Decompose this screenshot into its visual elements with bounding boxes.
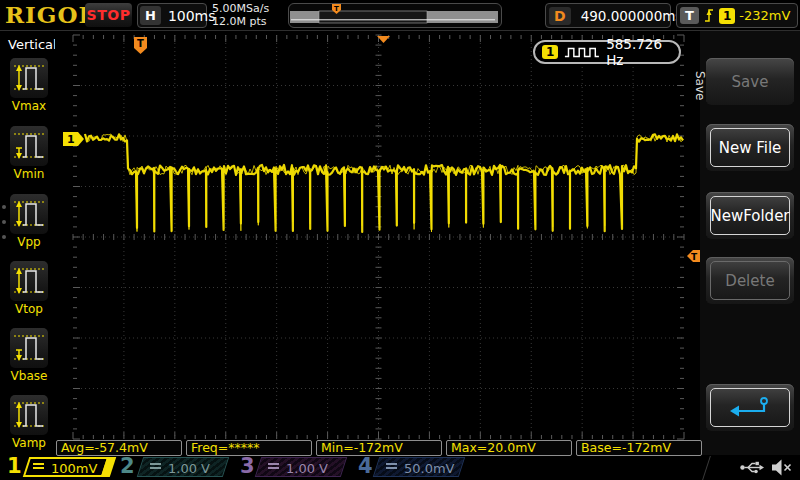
sidebar-item-vmin[interactable]: Vmin [6, 126, 52, 181]
channel1-scale: 100mV [51, 461, 97, 476]
sidebar-item-label: Vtop [6, 302, 52, 316]
dc-coupling-icon [386, 463, 397, 473]
save-button[interactable]: Save [706, 58, 794, 105]
trigger-level-value: -232mV [739, 8, 790, 23]
measurement-min: Min=-172mV [316, 440, 442, 456]
square-wave-icon [564, 46, 600, 59]
frequency-counter: 1 585.726 Hz [533, 40, 681, 64]
vmin-icon [10, 126, 48, 166]
svg-text:T: T [334, 5, 339, 13]
channel1-number[interactable]: 1 [7, 454, 22, 478]
graticule-and-waveform: TT1 [55, 31, 700, 455]
memory-depth: 12.0M pts [212, 15, 269, 28]
delay-readout[interactable]: D 490.000000ms [545, 3, 671, 28]
vbase-icon [10, 328, 48, 368]
delete-button[interactable]: Delete [706, 257, 794, 304]
waveform-preview-bar[interactable]: T [288, 3, 502, 28]
back-button[interactable] [706, 384, 794, 431]
sidebar-title: Vertical [0, 31, 55, 52]
timebase-value: 100ms [168, 8, 216, 24]
vmax-icon [10, 58, 48, 98]
oscilloscope-screen: RIGOL STOP H 100ms 5.00MSa/s 12.0M pts T… [0, 0, 800, 480]
bottom-bar-divider [702, 456, 711, 480]
sample-rate: 5.00MSa/s [212, 2, 269, 15]
sidebar-item-label: Vmax [6, 99, 52, 113]
vpp-icon [10, 194, 48, 234]
channel3-number[interactable]: 3 [240, 454, 255, 478]
measurement-base: Base=-172mV [576, 440, 702, 456]
waveform-preview-icon: T [289, 4, 499, 25]
top-status-bar: RIGOL STOP H 100ms 5.00MSa/s 12.0M pts T… [0, 0, 800, 30]
trigger-source-badge: 1 [719, 8, 735, 24]
dc-coupling-icon [150, 463, 161, 473]
measure-sidebar: Vertical Vmax Vmin [0, 31, 55, 452]
soft-menu: Save Save New File NewFolder Delete [700, 31, 800, 455]
timebase-readout[interactable]: H 100ms [137, 3, 207, 28]
return-arrow-icon [729, 395, 771, 421]
run-state-badge[interactable]: STOP [85, 3, 132, 27]
sidebar-item-vtop[interactable]: Vtop [6, 261, 52, 316]
waveform-display[interactable]: TT1 1 585.726 Hz [55, 31, 700, 455]
channel2-number[interactable]: 2 [120, 454, 135, 478]
trigger-label: T [680, 7, 699, 24]
measurement-max: Max=20.0mV [446, 440, 572, 456]
counter-frequency-value: 585.726 Hz [606, 36, 679, 68]
sidebar-item-vpp[interactable]: Vpp [6, 194, 52, 249]
delay-label: D [549, 7, 571, 25]
sidebar-item-vamp[interactable]: Vamp [6, 395, 52, 450]
dc-coupling-icon [33, 463, 44, 473]
sidebar-item-vbase[interactable]: Vbase [6, 328, 52, 383]
channel-status-bar: 1 100mV 2 1.00 V 3 1.00 V 4 50.0mV [0, 456, 800, 480]
svg-text:1: 1 [67, 133, 75, 146]
sidebar-item-vmax[interactable]: Vmax [6, 58, 52, 113]
svg-text:T: T [137, 38, 144, 49]
usb-icon [740, 460, 764, 475]
sidebar-item-label: Vmin [6, 167, 52, 181]
rigol-logo: RIGOL [5, 1, 96, 28]
dc-coupling-icon [268, 463, 279, 473]
new-file-button[interactable]: New File [706, 124, 794, 171]
sidebar-item-label: Vpp [6, 235, 52, 249]
channel4-number[interactable]: 4 [358, 454, 373, 478]
delay-value: 490.000000ms [581, 8, 683, 24]
measurement-avg: Avg=-57.4mV [56, 440, 182, 456]
vamp-icon [10, 395, 48, 435]
channel3-scale: 1.00 V [286, 461, 328, 476]
rising-edge-icon [703, 7, 715, 24]
vtop-icon [10, 261, 48, 301]
new-folder-button[interactable]: NewFolder [706, 192, 794, 239]
horizontal-label: H [140, 6, 161, 25]
counter-channel-badge: 1 [542, 45, 558, 59]
menu-tab-label: Save [693, 55, 707, 117]
acquisition-readout: 5.00MSa/s 12.0M pts [212, 2, 269, 28]
sidebar-item-label: Vbase [6, 369, 52, 383]
channel2-scale: 1.00 V [168, 461, 210, 476]
speaker-muted-icon [772, 459, 793, 476]
trigger-readout[interactable]: T 1 -232mV [676, 3, 798, 28]
sidebar-item-label: Vamp [6, 436, 52, 450]
channel1-trace [85, 134, 683, 232]
svg-text:T: T [691, 252, 698, 262]
channel4-scale: 50.0mV [404, 461, 455, 476]
